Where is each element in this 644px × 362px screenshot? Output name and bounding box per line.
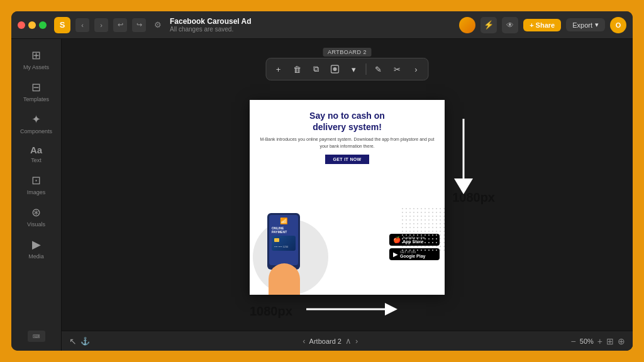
maximize-button[interactable] xyxy=(39,21,47,29)
sidebar-item-templates[interactable]: ⊟ Templates xyxy=(16,76,57,107)
undo-button[interactable]: ↩ xyxy=(113,18,127,32)
visuals-icon: ⊛ xyxy=(31,206,41,219)
more-button[interactable]: › xyxy=(408,61,425,77)
dots-pattern xyxy=(401,207,445,251)
card-number: •••• •••• 1234 xyxy=(274,245,288,248)
cursor-icon[interactable]: ↖ xyxy=(69,336,77,346)
title-bar: S ‹ › ↩ ↪ ⚙ Facebook Carousel Ad All cha… xyxy=(11,11,633,39)
credit-card: •••• •••• 1234 xyxy=(272,236,296,251)
mask-dropdown[interactable]: ▾ xyxy=(346,61,362,77)
zoom-plus-button[interactable]: ⊕ xyxy=(618,336,625,346)
status-left: ↖ ⚓ xyxy=(69,336,90,346)
sidebar-item-label: Components xyxy=(20,128,52,134)
duplicate-button[interactable]: ⧉ xyxy=(308,61,325,77)
artboard-content: Say no to cash on delivery system! M-Ban… xyxy=(250,100,445,295)
text-icon: Aa xyxy=(30,145,42,155)
wifi-icon: 📶 xyxy=(280,217,287,224)
keyboard-icon[interactable]: ⌨ xyxy=(28,331,45,342)
phone-screen: 📶 ONLINE PAYMENT •••• •••• 1234 xyxy=(269,215,298,265)
sidebar-item-my-assets[interactable]: ⊞ My Assets xyxy=(16,44,57,75)
google-play-icon: ▶ xyxy=(393,251,398,258)
artboard-toolbar: ARTBOARD 2 + 🗑 ⧉ ▾ ✎ xyxy=(266,48,429,80)
anchor-icon[interactable]: ⚓ xyxy=(80,337,90,346)
back-button[interactable]: ‹ xyxy=(75,18,89,32)
minimize-button[interactable] xyxy=(28,21,36,29)
add-button[interactable]: + xyxy=(270,61,287,77)
zoom-in-button[interactable]: + xyxy=(597,336,602,346)
user-avatar xyxy=(459,17,475,33)
sidebar-item-visuals[interactable]: ⊛ Visuals xyxy=(16,201,57,232)
google-play-text: GET IT ON Google Play xyxy=(400,250,425,258)
height-arrow xyxy=(451,112,489,203)
zoom-level: 50% xyxy=(580,337,594,345)
status-right: − 50% + ⊞ ⊕ xyxy=(571,336,625,346)
apple-icon: 🍎 xyxy=(393,236,401,243)
status-bar: ↖ ⚓ ‹ Artboard 2 ∧ › − 50% + ⊞ ⊕ xyxy=(62,331,633,351)
sidebar-item-components[interactable]: ✦ Components xyxy=(16,108,57,139)
artboard: Say no to cash on delivery system! M-Ban… xyxy=(250,100,445,295)
forward-button[interactable]: › xyxy=(94,18,108,32)
sidebar-item-media[interactable]: ▶ Media xyxy=(16,233,57,264)
artboard-name: Artboard 2 xyxy=(309,337,341,345)
artboard-tools: + 🗑 ⧉ ▾ ✎ ✂ › xyxy=(266,58,429,80)
sidebar-item-label: My Assets xyxy=(23,64,49,70)
cut-button[interactable]: ✂ xyxy=(389,61,406,77)
delete-button[interactable]: 🗑 xyxy=(289,61,306,77)
media-icon: ▶ xyxy=(32,238,41,251)
svg-point-1 xyxy=(333,67,337,71)
status-center: ‹ Artboard 2 ∧ › xyxy=(303,336,358,346)
card-chip xyxy=(274,238,279,242)
bolt-icon[interactable]: ⚡ xyxy=(480,17,497,33)
sidebar-item-label: Templates xyxy=(23,96,49,102)
templates-icon: ⊟ xyxy=(31,80,41,94)
sidebar: ⊞ My Assets ⊟ Templates ✦ Components Aa … xyxy=(11,39,62,351)
phone-device: 📶 ONLINE PAYMENT •••• •••• 1234 xyxy=(267,213,300,270)
artboard-label: ARTBOARD 2 xyxy=(323,48,372,57)
artboard-navigation: ‹ Artboard 2 ∧ › xyxy=(303,336,358,346)
fit-screen-button[interactable]: ⊞ xyxy=(606,336,614,346)
close-button[interactable] xyxy=(18,21,25,29)
sidebar-item-label: Media xyxy=(28,253,44,260)
images-icon: ⊡ xyxy=(31,173,41,187)
sidebar-item-label: Visuals xyxy=(27,221,45,228)
phone-illustration: 📶 ONLINE PAYMENT •••• •••• 1234 xyxy=(256,210,319,295)
sidebar-item-label: Text xyxy=(31,157,42,163)
edit-button[interactable]: ✎ xyxy=(370,61,387,77)
app-logo: S xyxy=(54,17,70,33)
redo-button[interactable]: ↪ xyxy=(132,18,146,32)
toolbar-divider xyxy=(366,63,367,75)
main-area: ⊞ My Assets ⊟ Templates ✦ Components Aa … xyxy=(11,39,633,351)
hand-illustration xyxy=(269,263,300,295)
cta-button[interactable]: GET IT NOW xyxy=(325,155,369,164)
export-button[interactable]: Export ▾ xyxy=(566,18,605,31)
width-arrow xyxy=(300,300,401,321)
svg-marker-5 xyxy=(385,303,397,315)
phone-area: 📶 ONLINE PAYMENT •••• •••• 1234 xyxy=(250,207,389,295)
subtext: M-Bank introduces you online payment sys… xyxy=(260,136,435,150)
canvas-area: ARTBOARD 2 + 🗑 ⧉ ▾ ✎ xyxy=(62,39,633,351)
my-assets-icon: ⊞ xyxy=(31,48,41,62)
next-artboard-button[interactable]: › xyxy=(355,336,358,346)
preview-button[interactable]: 👁 xyxy=(502,17,518,33)
profile-icon[interactable]: O xyxy=(610,17,626,33)
store-badges: 🍎 Available on the App Store ▶ xyxy=(389,207,445,295)
width-dimension-label: 1080px xyxy=(250,304,292,319)
mask-button[interactable] xyxy=(327,61,343,77)
app-window: S ‹ › ↩ ↪ ⚙ Facebook Carousel Ad All cha… xyxy=(11,11,633,351)
prev-artboard-button[interactable]: ‹ xyxy=(303,336,305,346)
document-title: Facebook Carousel Ad All changes are sav… xyxy=(170,17,252,33)
header-actions: ⚡ 👁 + Share Export ▾ O xyxy=(459,17,626,33)
artboard-bottom: 📶 ONLINE PAYMENT •••• •••• 1234 xyxy=(250,207,445,295)
zoom-out-button[interactable]: − xyxy=(571,336,576,346)
headline: Say no to cash on delivery system! xyxy=(260,110,435,133)
traffic-lights xyxy=(18,21,47,29)
sidebar-item-label: Images xyxy=(27,189,46,195)
settings-icon[interactable]: ⚙ xyxy=(151,18,165,32)
artboard-top: Say no to cash on delivery system! M-Ban… xyxy=(250,100,445,207)
share-button[interactable]: + Share xyxy=(523,19,561,31)
sidebar-item-text[interactable]: Aa Text xyxy=(16,140,57,168)
sidebar-item-images[interactable]: ⊡ Images xyxy=(16,169,57,200)
components-icon: ✦ xyxy=(31,112,41,126)
artboard-up-button[interactable]: ∧ xyxy=(345,336,352,346)
canvas-workspace[interactable]: ARTBOARD 2 + 🗑 ⧉ ▾ ✎ xyxy=(62,39,633,331)
